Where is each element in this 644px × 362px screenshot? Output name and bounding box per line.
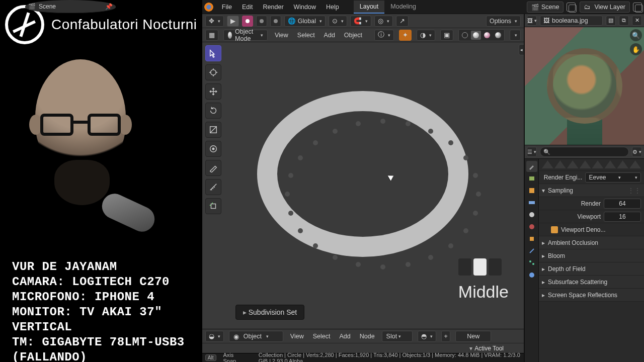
menu-select[interactable]: Select: [295, 31, 317, 40]
tool-measure[interactable]: [205, 179, 221, 195]
shading-solid[interactable]: [471, 31, 481, 40]
tool-cursor-button[interactable]: ▶: [227, 16, 239, 27]
editor-type-button[interactable]: ✥: [205, 16, 224, 27]
object-circle-flange[interactable]: [257, 91, 468, 257]
viewlayer-browse-icon[interactable]: [633, 3, 642, 12]
panel-depth-of-field[interactable]: Depth of Field: [539, 262, 644, 276]
shader-editor-type-icon[interactable]: ◒: [205, 331, 224, 342]
visibility-dropdown[interactable]: ⓘ: [374, 30, 394, 41]
properties-editor: 🎬 Scene 📌 Render Engi... Eevee▾: [525, 159, 644, 362]
panel-sampling[interactable]: Sampling⋮⋮: [539, 184, 644, 197]
shader-object-selector[interactable]: ◉ Object: [229, 331, 283, 342]
select-mode-2[interactable]: [256, 16, 267, 27]
xray-icon: ▣: [444, 31, 450, 39]
image-duplicate-icon[interactable]: ⧉: [619, 16, 629, 26]
viewlayer-selector[interactable]: 🗂 View Layer: [580, 2, 630, 13]
shader-menu-view[interactable]: View: [288, 332, 306, 341]
outliner-search-input[interactable]: [540, 147, 629, 157]
image-editor-type-icon[interactable]: 🖼: [527, 16, 537, 26]
image-zoom-icon[interactable]: 🔍: [630, 29, 642, 41]
material-new-button[interactable]: New: [455, 331, 491, 342]
scene-browse-icon[interactable]: [567, 3, 576, 12]
shading-rendered[interactable]: [493, 31, 503, 40]
tool-select-box[interactable]: [205, 45, 221, 61]
shading-options[interactable]: [510, 30, 521, 41]
menu-render[interactable]: Render: [259, 2, 288, 13]
prop-tab-tool[interactable]: [526, 161, 537, 172]
image-browse-icon[interactable]: ▧: [606, 16, 616, 26]
menu-edit[interactable]: Edit: [237, 2, 258, 13]
material-slot-selector[interactable]: Slot: [382, 331, 413, 342]
prop-tab-particles[interactable]: [526, 257, 537, 268]
prop-tab-modifiers[interactable]: [526, 245, 537, 256]
panel-bloom[interactable]: Bloom: [539, 249, 644, 262]
tool-annotate[interactable]: [205, 160, 221, 176]
shader-editor-header: ◒ ◉ Object View Select Add Node Slot ◓ +…: [202, 329, 524, 343]
shader-menu-select[interactable]: Select: [311, 332, 333, 341]
prop-tab-scene[interactable]: [526, 209, 537, 220]
tool-rotate[interactable]: [205, 103, 221, 119]
checkbox-icon[interactable]: [551, 226, 558, 233]
object-mode-icon: [228, 32, 232, 39]
prop-tab-world[interactable]: [526, 221, 537, 232]
scene-selector[interactable]: 🎬 Scene: [527, 2, 564, 13]
editor-type-3dview-icon[interactable]: ▦: [205, 30, 218, 41]
image-icon: 🖼: [543, 17, 550, 24]
mouse-left-icon: [458, 258, 471, 276]
prop-tab-object[interactable]: [526, 233, 537, 244]
panel-ambient-occlusion[interactable]: Ambient Occlusion: [539, 236, 644, 249]
prop-tab-physics[interactable]: [526, 269, 537, 281]
options-dropdown[interactable]: Options: [486, 16, 521, 27]
snap-toggle[interactable]: 🧲: [350, 16, 371, 27]
xray-toggle[interactable]: ▣: [440, 30, 453, 41]
prop-tab-render[interactable]: [526, 173, 537, 184]
viewport-samples-label: Viewport: [542, 213, 601, 220]
tool-add-cube[interactable]: [205, 198, 221, 214]
outliner-header: ☰ ⚙: [525, 145, 644, 159]
proportional-toggle[interactable]: ◎: [374, 16, 393, 27]
material-browse-icon[interactable]: ◓: [418, 331, 436, 342]
select-mode-1[interactable]: [242, 16, 253, 27]
shading-wireframe[interactable]: [460, 31, 470, 40]
viewport-samples-field[interactable]: 16: [604, 212, 641, 222]
3d-viewport[interactable]: ◂ Middle Subdivision Set: [202, 42, 524, 329]
outliner-type-icon[interactable]: ☰: [527, 147, 537, 157]
prop-tab-viewlayer[interactable]: [526, 197, 537, 208]
reference-image-view[interactable]: 🔍 ✋: [525, 27, 644, 145]
menu-object[interactable]: Object: [342, 31, 364, 40]
mode-selector[interactable]: Object Mode: [223, 30, 268, 41]
image-filename-field[interactable]: 🖼 booleana.jpg: [540, 16, 603, 26]
overlays-dropdown[interactable]: ◑: [417, 30, 435, 41]
orientation-selector[interactable]: 🌐 Global: [284, 16, 326, 27]
menu-add[interactable]: Add: [322, 31, 337, 40]
tool-scale[interactable]: [205, 122, 221, 138]
gizmo-arrow-icon[interactable]: ↗: [396, 16, 409, 27]
menu-view[interactable]: View: [273, 31, 290, 40]
panel-screen-space-reflections[interactable]: Screen Space Reflections: [539, 289, 644, 302]
prop-tab-output[interactable]: [526, 185, 537, 196]
shading-material[interactable]: [482, 31, 492, 40]
render-samples-field[interactable]: 64: [604, 199, 641, 209]
sidebar-toggle[interactable]: ◂: [519, 44, 524, 55]
image-close-button[interactable]: ✕: [632, 16, 642, 26]
workspace-tab-layout[interactable]: Layout: [354, 1, 385, 14]
shader-menu-node[interactable]: Node: [358, 332, 377, 341]
menu-help[interactable]: Help: [321, 2, 344, 13]
last-operator-panel[interactable]: Subdivision Set: [235, 305, 304, 320]
tool-transform[interactable]: [205, 141, 221, 157]
prop-viewport-denoise-row[interactable]: Viewport Deno...: [539, 223, 644, 236]
tool-move[interactable]: [205, 83, 221, 100]
outliner-filter-icon[interactable]: ⚙: [632, 147, 642, 157]
render-engine-selector[interactable]: Eevee▾: [585, 172, 641, 183]
workspace-tab-modeling[interactable]: Modeling: [384, 1, 422, 14]
menu-window[interactable]: Window: [289, 2, 320, 13]
image-pan-icon[interactable]: ✋: [630, 43, 642, 55]
material-add-button[interactable]: +: [441, 331, 450, 342]
select-mode-3[interactable]: [270, 16, 281, 27]
pivot-selector[interactable]: ⊙: [329, 16, 347, 27]
tool-cursor[interactable]: [205, 64, 221, 80]
menu-file[interactable]: File: [217, 2, 236, 13]
shader-menu-add[interactable]: Add: [337, 332, 352, 341]
panel-subsurface-scattering[interactable]: Subsurface Scattering: [539, 276, 644, 289]
gizmo-toggle[interactable]: ✦: [399, 30, 412, 41]
